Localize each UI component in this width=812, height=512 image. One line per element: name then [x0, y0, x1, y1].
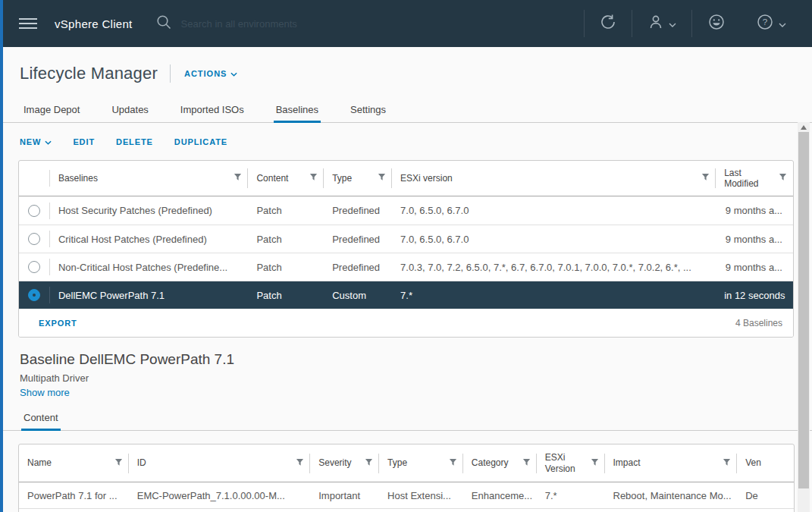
tab-updates[interactable]: Updates	[109, 104, 150, 122]
help-menu-button[interactable]: ?	[741, 0, 801, 47]
table-row[interactable]: Host Security Patches (Predefined) Patch…	[19, 196, 793, 225]
column-header-type[interactable]: Type	[324, 161, 392, 196]
tab-baselines[interactable]: Baselines	[274, 104, 321, 122]
column-header-category[interactable]: Category	[463, 444, 537, 482]
filter-icon[interactable]	[522, 458, 531, 469]
filter-icon[interactable]	[378, 173, 386, 184]
content-table: Name ID Severity Type Category ESXi Vers…	[18, 444, 795, 512]
row-radio-cell	[19, 253, 50, 281]
filter-icon[interactable]	[449, 458, 457, 469]
page-title: Lifecycle Manager	[20, 64, 158, 83]
content-table-header: Name ID Severity Type Category ESXi Vers…	[19, 444, 794, 482]
new-button[interactable]: NEW	[20, 137, 52, 146]
chevron-down-icon	[669, 17, 676, 30]
column-header-severity[interactable]: Severity	[310, 444, 379, 482]
tab-image-depot[interactable]: Image Depot	[21, 104, 82, 122]
left-accent-stripe	[0, 0, 3, 512]
table-row[interactable]: Non-Critical Host Patches (Predefine... …	[19, 253, 793, 281]
filter-icon[interactable]	[701, 173, 710, 184]
filter-icon[interactable]	[234, 173, 242, 184]
export-button[interactable]: EXPORT	[39, 319, 77, 328]
column-header-baselines[interactable]: Baselines	[50, 161, 248, 196]
tab-imported-isos[interactable]: Imported ISOs	[178, 104, 246, 122]
search-placeholder: Search in all environments	[181, 18, 297, 30]
table-row-partial	[19, 509, 794, 512]
patch-type: Host Extensi...	[379, 490, 463, 501]
column-label: Type	[387, 457, 446, 468]
radio-button[interactable]	[28, 233, 40, 245]
filter-icon[interactable]	[309, 173, 318, 184]
baseline-esxi-version: 7.0, 6.5.0, 6.7.0	[392, 234, 716, 245]
baseline-last-modified: in 12 seconds	[716, 290, 793, 301]
baselines-count: 4 Baselines	[735, 318, 782, 328]
duplicate-button[interactable]: DUPLICATE	[174, 137, 227, 146]
masthead-actions: ?	[584, 0, 801, 47]
column-label: Last Modified	[724, 168, 776, 190]
column-header-esxi-version[interactable]: ESXi version	[392, 161, 716, 196]
column-label: ESXi version	[400, 173, 698, 184]
row-radio-cell	[19, 225, 50, 253]
radio-button-checked[interactable]	[28, 289, 40, 301]
filter-icon[interactable]	[591, 458, 599, 469]
user-icon	[647, 14, 664, 33]
show-more-link[interactable]: Show more	[20, 387, 70, 398]
global-search[interactable]: Search in all environments	[155, 14, 297, 33]
scroll-up-arrow-icon[interactable]	[801, 125, 807, 130]
column-label: Category	[472, 457, 519, 468]
patch-id: EMC-PowerPath_7.1.0.00.00-M...	[129, 490, 311, 501]
column-header-content[interactable]: Content	[248, 161, 324, 196]
radio-button[interactable]	[28, 205, 40, 217]
baseline-content: Patch	[248, 262, 324, 273]
table-row-selected[interactable]: DellEMC PowerPath 7.1 Patch Custom 7.* i…	[19, 281, 793, 309]
actions-menu-button[interactable]: ACTIONS	[184, 69, 238, 78]
patch-category: Enhanceme...	[463, 490, 537, 501]
tab-settings[interactable]: Settings	[348, 104, 388, 122]
filter-icon[interactable]	[365, 458, 373, 469]
baseline-esxi-version: 7.0.3, 7.0, 7.2, 6.5.0, 7.*, 6.7, 6.7.0,…	[392, 262, 716, 273]
table-row[interactable]: Critical Host Patches (Predefined) Patch…	[19, 225, 793, 253]
patch-name: PowerPath 7.1 for ...	[19, 490, 129, 501]
scrollbar-thumb[interactable]	[798, 132, 809, 488]
refresh-button[interactable]	[585, 0, 632, 47]
column-header-impact[interactable]: Impact	[605, 444, 738, 482]
column-header-vendor[interactable]: Ven	[737, 444, 794, 482]
patch-impact: Reboot, Maintenance Mo...	[605, 490, 738, 501]
column-header-name[interactable]: Name	[19, 444, 129, 482]
baseline-esxi-version: 7.*	[392, 290, 716, 301]
refresh-icon	[600, 14, 616, 33]
filter-icon[interactable]	[779, 173, 787, 184]
masthead: vSphere Client Search in all environment…	[0, 0, 812, 47]
search-icon	[155, 14, 172, 33]
vertical-scrollbar[interactable]	[798, 122, 810, 512]
table-row[interactable]: PowerPath 7.1 for ... EMC-PowerPath_7.1.…	[19, 482, 794, 509]
column-label: Type	[332, 173, 375, 184]
user-menu-button[interactable]	[632, 0, 691, 47]
column-header-esxi-version[interactable]: ESXi Version	[537, 444, 605, 482]
feedback-button[interactable]	[692, 0, 741, 47]
hamburger-menu-icon[interactable]	[18, 17, 38, 30]
baseline-type: Predefined	[324, 205, 392, 216]
baseline-last-modified: 9 months a...	[716, 234, 793, 245]
edit-button[interactable]: EDIT	[73, 137, 95, 146]
filter-icon[interactable]	[723, 458, 731, 469]
delete-button[interactable]: DELETE	[116, 137, 153, 146]
column-header-last-modified[interactable]: Last Modified	[716, 161, 793, 196]
radio-button[interactable]	[28, 261, 40, 273]
actions-label: ACTIONS	[184, 69, 227, 78]
baseline-esxi-version: 7.0, 6.5.0, 6.7.0	[392, 205, 716, 216]
column-header-type[interactable]: Type	[379, 444, 463, 482]
baseline-name: Non-Critical Host Patches (Predefine...	[50, 262, 248, 273]
row-radio-cell	[19, 196, 50, 225]
column-label: Content	[256, 173, 306, 184]
column-label: Name	[27, 457, 111, 468]
filter-icon[interactable]	[296, 458, 304, 469]
baseline-name: DellEMC PowerPath 7.1	[50, 290, 248, 301]
chevron-down-icon	[779, 17, 786, 30]
tab-content[interactable]: Content	[21, 412, 61, 430]
baseline-type: Custom	[324, 290, 392, 301]
new-label: NEW	[20, 137, 41, 146]
column-header-id[interactable]: ID	[129, 444, 311, 482]
chevron-down-icon	[45, 137, 52, 146]
detail-description: Multipath Driver	[20, 372, 812, 384]
filter-icon[interactable]	[114, 458, 123, 469]
